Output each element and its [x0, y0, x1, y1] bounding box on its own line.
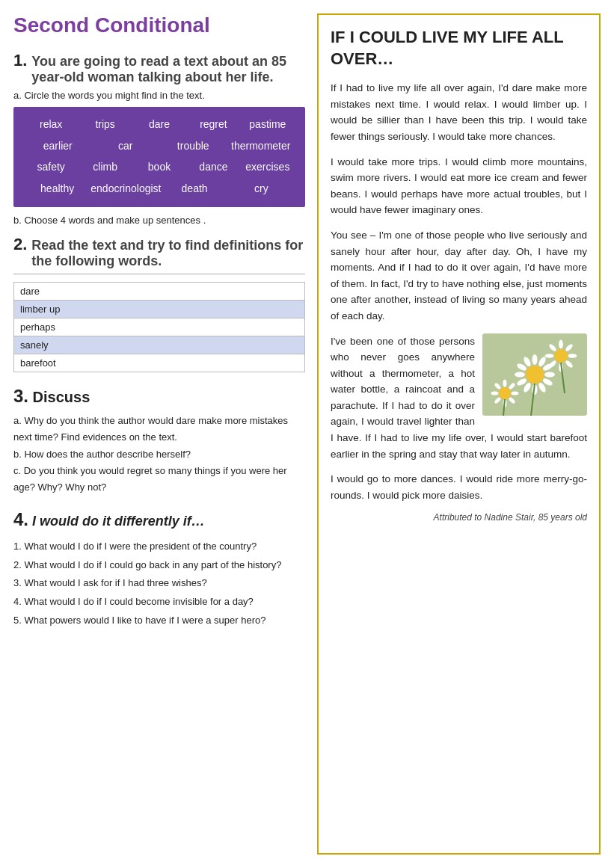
svg-point-32: [559, 339, 563, 348]
vocab-word-2: perhaps: [14, 318, 305, 336]
right-paragraph-4: I would go to more dances. I would ride …: [331, 471, 587, 503]
svg-point-34: [554, 349, 568, 363]
word-car: car: [92, 136, 160, 156]
discuss-items: a. Why do you think the author would dar…: [13, 413, 305, 495]
word-row-1: relax trips dare regret pastime: [24, 114, 295, 135]
daisy-image: [482, 333, 587, 416]
question-1: 1. What would I do if I were the preside…: [13, 538, 305, 556]
section2-divider: [13, 274, 305, 274]
word-dance: dance: [186, 157, 240, 177]
question-5: 5. What powers would I like to have if I…: [13, 612, 305, 630]
word-healthy: healthy: [24, 179, 90, 199]
right-body: If I had to live my life all over again,…: [331, 80, 587, 503]
word-earlier: earlier: [24, 136, 92, 156]
svg-point-22: [503, 379, 507, 387]
word-safety: safety: [24, 157, 78, 177]
word-row-2: earlier car trouble thermometer: [24, 136, 295, 156]
section4-number: 4.: [13, 509, 28, 529]
section1-instruction-b: b. Choose 4 words and make up sentences …: [13, 215, 305, 226]
svg-point-26: [568, 354, 577, 358]
svg-point-8: [515, 372, 525, 377]
main-title: Second Conditional: [13, 13, 305, 37]
section4-title-text: I would do it differently if…: [32, 514, 205, 529]
word-climb: climb: [78, 157, 132, 177]
svg-point-14: [526, 366, 544, 384]
section3-header: 3. Discuss: [13, 386, 305, 407]
word-death: death: [161, 179, 227, 199]
word-row-3: safety climb book dance exercises: [24, 157, 295, 177]
svg-point-20: [491, 391, 499, 395]
vocab-word-4: barefoot: [14, 354, 305, 372]
question-2: 2. What would I do if I could go back in…: [13, 556, 305, 575]
right-paragraph-1: I would take more trips. I would climb m…: [331, 154, 587, 218]
question-3: 3. What would I ask for if I had three w…: [13, 574, 305, 593]
word-row-4: healthy endocrinologist death cry: [24, 179, 295, 199]
vocab-word-1: limber up: [14, 301, 305, 318]
section1-text: You are going to read a text about an 85…: [31, 54, 305, 85]
word-endocrinologist: endocrinologist: [90, 179, 161, 199]
word-dare: dare: [132, 114, 186, 135]
discuss-item-0: a. Why do you think the author would dar…: [13, 413, 305, 446]
svg-point-11: [532, 354, 538, 365]
vocab-word-0: dare: [14, 283, 305, 301]
section3-number: 3.: [13, 386, 28, 406]
section2-text: Read the text and try to find definition…: [31, 238, 305, 269]
section1-header: 1. You are going to read a text about an…: [13, 51, 305, 85]
word-relax: relax: [24, 114, 78, 135]
attribution: Attributed to Nadine Stair, 85 years old: [331, 512, 587, 523]
right-paragraph-0: If I had to live my life all over again,…: [331, 80, 587, 144]
word-thermometer: thermometer: [227, 136, 295, 156]
svg-point-24: [499, 387, 511, 399]
discuss-item-2: c. Do you think you would regret so many…: [13, 463, 305, 496]
section4-header: 4. I would do it differently if…: [13, 509, 305, 530]
left-panel: Second Conditional 1. You are going to r…: [13, 13, 305, 855]
word-cry: cry: [228, 179, 295, 199]
svg-point-16: [512, 391, 519, 395]
section1-instruction-a: a. Circle the words you might find in th…: [13, 90, 305, 101]
word-grid: relax trips dare regret pastime earlier …: [13, 107, 305, 207]
word-regret: regret: [186, 114, 240, 135]
section1-number: 1.: [13, 51, 27, 70]
vocab-table: darelimber upperhapssanelybarefoot: [13, 282, 305, 372]
svg-point-30: [545, 354, 554, 358]
word-book: book: [132, 157, 186, 177]
word-exercises: exercises: [241, 157, 295, 177]
right-panel: IF I COULD LIVE MY LIFE ALL OVER… If I h…: [317, 13, 601, 855]
section2-header: 2. Read the text and try to find definit…: [13, 235, 305, 269]
right-paragraph-3: I've been one of those persons who never…: [331, 333, 587, 463]
svg-point-2: [544, 372, 555, 377]
vocab-word-3: sanely: [14, 336, 305, 354]
questions-list: 1. What would I do if I were the preside…: [13, 538, 305, 630]
right-title: IF I COULD LIVE MY LIFE ALL OVER…: [331, 27, 587, 70]
word-pastime: pastime: [241, 114, 295, 135]
section3-title-text: Discuss: [33, 389, 90, 405]
discuss-item-1: b. How does the author describe herself?: [13, 446, 305, 463]
right-paragraph-2: You see – I'm one of those people who li…: [331, 227, 587, 324]
word-trips: trips: [78, 114, 132, 135]
section2-number: 2.: [13, 235, 27, 254]
question-4: 4. What would I do if I could become inv…: [13, 593, 305, 612]
word-trouble: trouble: [159, 136, 227, 156]
